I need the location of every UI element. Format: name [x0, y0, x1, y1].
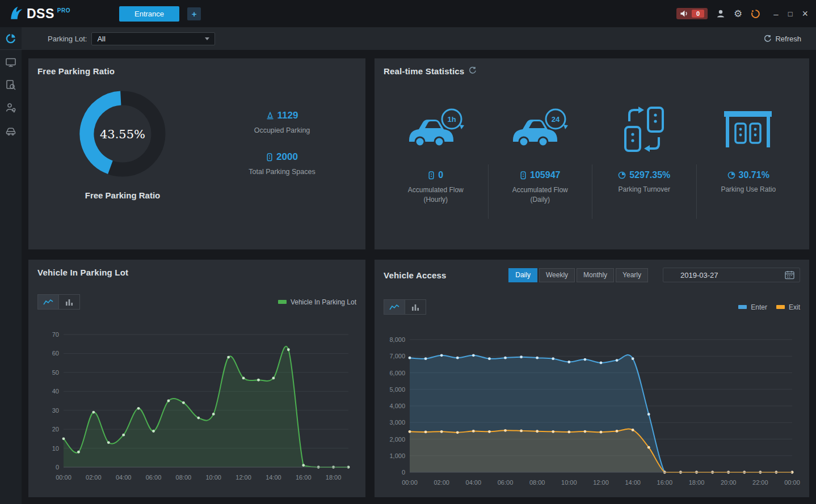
svg-text:12:00: 12:00 — [235, 474, 251, 481]
free-parking-ratio-panel: Free Parking Ratio 43.55% Free Parking R… — [28, 58, 365, 249]
legend-label: Exit — [789, 303, 800, 311]
minimize-button[interactable]: – — [773, 10, 778, 18]
stat-sublabel: (Hourly) — [384, 196, 488, 204]
stat-sublabel: (Daily) — [489, 196, 592, 204]
total-spaces-stat: 2000 Total Parking Spaces — [249, 151, 315, 176]
meter-icon — [520, 171, 527, 180]
tab-entrance[interactable]: Entrance — [119, 6, 179, 22]
monitor-icon — [5, 57, 16, 68]
svg-text:16:00: 16:00 — [296, 474, 312, 481]
line-chart-toggle[interactable] — [37, 294, 59, 310]
settings-gear-icon[interactable]: ⚙ — [734, 9, 742, 19]
occupied-parking-value: 1129 — [277, 110, 298, 121]
vehicle-access-chart: 01,0002,0003,0004,0005,0006,0007,0008,00… — [384, 335, 800, 489]
meter-icon — [266, 153, 273, 162]
sidebar-item-liveview[interactable] — [0, 51, 22, 74]
panel-title-realtime: Real-time Statistics — [384, 66, 464, 76]
window-buttons: – □ × — [773, 9, 808, 19]
svg-text:04:00: 04:00 — [116, 474, 132, 481]
close-button[interactable]: × — [802, 9, 808, 19]
tab-yearly[interactable]: Yearly — [616, 268, 648, 282]
dss-application: DSS PRO Entrance + 0 ⚙ – □ × — [0, 0, 816, 504]
pie-chart-icon — [5, 33, 16, 44]
parking-lot-label: Parking Lot: — [48, 35, 87, 43]
svg-text:10: 10 — [52, 445, 59, 452]
sidebar-item-vehicle[interactable] — [0, 119, 22, 142]
record-search-icon — [5, 79, 16, 91]
svg-text:06:00: 06:00 — [146, 474, 162, 481]
blue-swatch — [738, 305, 747, 309]
svg-text:8,000: 8,000 — [389, 336, 405, 343]
svg-text:08:00: 08:00 — [529, 479, 545, 486]
realtime-statistics-panel: Real-time Statistics — [375, 58, 809, 249]
stat-label: Accumulated Flow — [384, 186, 488, 194]
svg-text:3,000: 3,000 — [389, 419, 405, 426]
dss-logo-icon — [8, 6, 24, 22]
parking-lot-select[interactable]: All — [91, 32, 215, 45]
svg-text:1,000: 1,000 — [389, 452, 405, 459]
occupied-parking-stat: 1129 Occupied Parking — [254, 110, 310, 134]
date-picker[interactable]: 2019-03-27 — [663, 268, 800, 282]
svg-text:40: 40 — [52, 388, 59, 395]
legend-enter: Enter — [738, 303, 767, 311]
meter-icon — [428, 171, 435, 180]
green-swatch — [278, 300, 287, 304]
bar-chart-toggle[interactable] — [58, 294, 80, 310]
refresh-label: Refresh — [775, 35, 801, 43]
svg-text:2,000: 2,000 — [389, 436, 405, 443]
svg-text:16:00: 16:00 — [657, 479, 673, 486]
dashboard-content: Free Parking Ratio 43.55% Free Parking R… — [22, 50, 816, 504]
vehicle-in-lot-chart: 01020304050607000:0002:0004:0006:0008:00… — [37, 330, 356, 484]
sidebar-item-personnel[interactable] — [0, 96, 22, 119]
svg-text:22:00: 22:00 — [752, 479, 768, 486]
stat-accumulated-flow-hourly: 1h 0 Accumulated Flow (Hourly) — [384, 94, 488, 219]
stat-label: Parking Use Ratio — [697, 185, 801, 194]
legend-vehicle-in-lot: Vehicle In Parking Lot — [278, 298, 356, 306]
legend-label: Vehicle In Parking Lot — [291, 298, 356, 306]
tab-weekly[interactable]: Weekly — [539, 268, 575, 282]
chart-type-toggle — [37, 294, 80, 310]
refresh-button[interactable]: Refresh — [764, 35, 801, 43]
svg-text:20: 20 — [52, 426, 59, 433]
legend-exit: Exit — [776, 303, 800, 311]
line-chart-icon — [43, 299, 53, 306]
alarm-count-badge: 0 — [692, 10, 704, 18]
logo-badge: PRO — [57, 7, 70, 14]
tab-daily[interactable]: Daily — [508, 268, 537, 282]
svg-text:1h: 1h — [447, 115, 456, 124]
bar-chart-icon — [65, 299, 73, 306]
add-tab-button[interactable]: + — [187, 7, 201, 20]
free-ratio-value: 43.55% — [100, 128, 145, 141]
filter-toolbar: Parking Lot: All Refresh — [22, 27, 816, 50]
stat-label: Accumulated Flow — [489, 186, 592, 194]
sidebar-item-search[interactable] — [0, 74, 22, 96]
user-icon[interactable] — [716, 9, 725, 18]
sidebar — [0, 27, 22, 504]
clock-pie-icon — [727, 171, 735, 179]
sidebar-item-statistics[interactable] — [0, 27, 22, 50]
svg-text:00:00: 00:00 — [784, 479, 800, 486]
svg-text:14:00: 14:00 — [266, 474, 281, 481]
svg-text:00:00: 00:00 — [402, 479, 418, 486]
svg-text:0: 0 — [56, 464, 59, 471]
occupied-parking-label: Occupied Parking — [254, 126, 310, 134]
svg-text:10:00: 10:00 — [205, 474, 221, 481]
line-chart-toggle[interactable] — [384, 299, 405, 315]
svg-text:06:00: 06:00 — [498, 479, 514, 486]
svg-text:50: 50 — [52, 369, 59, 376]
titlebar-controls: 0 ⚙ – □ × — [676, 8, 808, 19]
panel-title-free-parking: Free Parking Ratio — [37, 66, 356, 76]
svg-text:20:00: 20:00 — [721, 479, 737, 486]
person-key-icon — [5, 102, 16, 113]
bar-chart-toggle[interactable] — [405, 299, 426, 315]
svg-text:7,000: 7,000 — [389, 353, 405, 359]
wizard-icon[interactable] — [751, 9, 760, 19]
calendar-icon — [785, 270, 794, 279]
maximize-button[interactable]: □ — [788, 10, 793, 18]
realtime-refresh-icon[interactable] — [469, 66, 477, 76]
svg-text:12:00: 12:00 — [593, 479, 609, 486]
tab-monthly[interactable]: Monthly — [577, 268, 614, 282]
svg-text:18:00: 18:00 — [326, 474, 342, 481]
alarm-center-button[interactable]: 0 — [676, 8, 708, 19]
refresh-icon — [764, 35, 772, 43]
